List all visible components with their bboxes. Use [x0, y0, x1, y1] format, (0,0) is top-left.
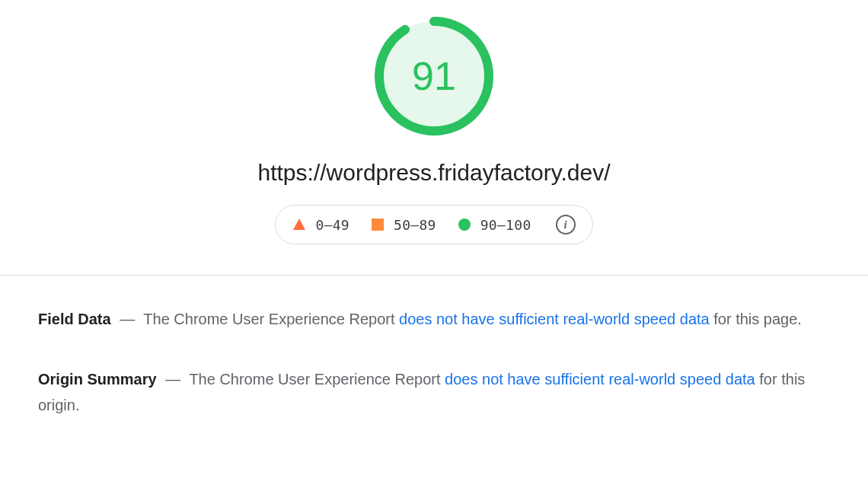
field-data-row: Field Data — The Chrome User Experience … — [38, 306, 830, 332]
data-section: Field Data — The Chrome User Experience … — [0, 276, 868, 418]
score-gauge: 91 — [373, 15, 495, 137]
score-section: 91 https://wordpress.fridayfactory.dev/ … — [0, 15, 868, 275]
field-data-prefix: The Chrome User Experience Report — [143, 311, 399, 327]
circle-icon — [458, 218, 471, 231]
legend-average-range: 50–89 — [394, 217, 436, 233]
dash-separator: — — [165, 371, 180, 388]
field-data-link[interactable]: does not have sufficient real-world spee… — [399, 311, 710, 327]
score-value: 91 — [412, 53, 456, 99]
origin-summary-link[interactable]: does not have sufficient real-world spee… — [445, 371, 755, 388]
field-data-suffix: for this page. — [710, 311, 802, 327]
origin-summary-row: Origin Summary — The Chrome User Experie… — [38, 366, 830, 418]
page-url: https://wordpress.fridayfactory.dev/ — [258, 160, 611, 186]
square-icon — [371, 218, 385, 231]
svg-point-3 — [458, 219, 471, 231]
origin-summary-heading: Origin Summary — [38, 371, 157, 388]
triangle-icon — [292, 218, 306, 231]
legend-good-range: 90–100 — [480, 217, 531, 233]
field-data-heading: Field Data — [38, 311, 111, 327]
dash-separator: — — [120, 311, 135, 327]
svg-marker-1 — [293, 219, 305, 230]
origin-summary-prefix: The Chrome User Experience Report — [189, 371, 445, 388]
svg-rect-2 — [372, 219, 384, 231]
info-icon[interactable]: i — [556, 215, 576, 234]
legend-good: 90–100 — [458, 217, 531, 233]
legend-poor: 0–49 — [292, 217, 349, 233]
legend-poor-range: 0–49 — [315, 217, 349, 233]
score-legend: 0–49 50–89 90–100 i — [275, 205, 592, 244]
legend-average: 50–89 — [371, 217, 436, 233]
